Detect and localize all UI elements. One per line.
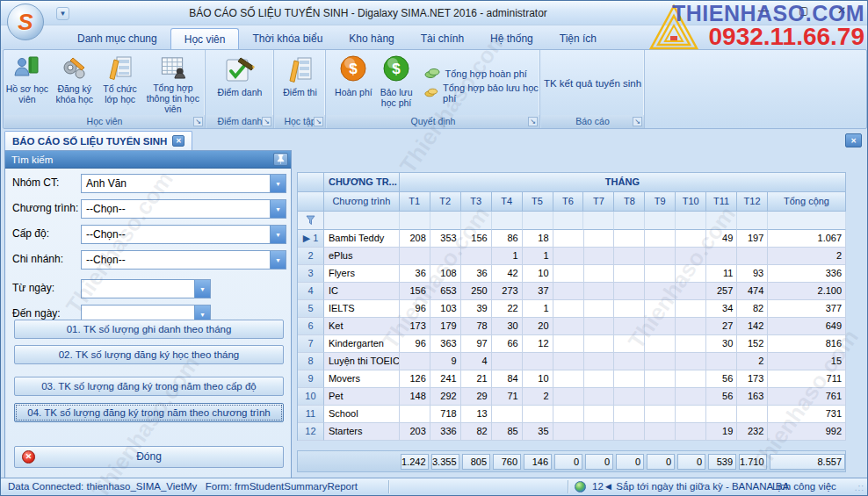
cell-value[interactable]	[614, 335, 645, 353]
cell-value[interactable]: 20	[523, 318, 553, 335]
grid-column-header[interactable]: Tổng cộng	[768, 192, 846, 212]
cell-value[interactable]	[553, 248, 584, 265]
row-indicator[interactable]: 8	[298, 353, 324, 370]
filter-cell[interactable]	[676, 212, 706, 230]
cell-value[interactable]: 142	[737, 318, 768, 335]
cell-value[interactable]: 30	[492, 318, 523, 335]
row-indicator[interactable]: 7	[298, 335, 324, 353]
dialog-launcher-icon[interactable]: ↘	[633, 117, 642, 126]
cell-value[interactable]: 97	[461, 335, 492, 353]
cell-value[interactable]: 649	[768, 318, 846, 335]
cell-value[interactable]: 1	[523, 300, 553, 318]
cell-value[interactable]: 93	[737, 265, 768, 283]
cell-value[interactable]	[676, 248, 706, 265]
row-indicator[interactable]: 11	[298, 406, 324, 423]
cell-value[interactable]: 86	[492, 230, 523, 248]
cell-value[interactable]	[645, 406, 676, 423]
cell-value[interactable]: 84	[492, 370, 523, 388]
cell-chuong-trinh[interactable]: IELTS	[324, 300, 400, 318]
cell-value[interactable]: 1.067	[768, 230, 846, 248]
dialog-launcher-icon[interactable]: ↘	[314, 117, 323, 126]
grid-column-header[interactable]: T11	[706, 192, 737, 212]
cap-do-combobox[interactable]: --Chọn-- ▼	[81, 225, 286, 244]
document-tab[interactable]: BÁO CÁO SỐ LIỆU TUYỂN SINH ✕	[4, 131, 192, 150]
cell-chuong-trinh[interactable]: Pet	[324, 388, 400, 406]
cell-value[interactable]	[614, 423, 645, 441]
cell-value[interactable]: 35	[523, 423, 553, 441]
cell-value[interactable]	[676, 300, 706, 318]
dong-button[interactable]: ✕ Đóng	[14, 446, 284, 468]
cell-chuong-trinh[interactable]: Luyện thi TOEIC	[324, 353, 400, 370]
cell-value[interactable]: 21	[461, 370, 492, 388]
cell-value[interactable]: 9	[430, 353, 461, 370]
cell-value[interactable]: 11	[706, 265, 737, 283]
cell-value[interactable]: 39	[461, 300, 492, 318]
cell-value[interactable]: 761	[768, 388, 846, 406]
pin-icon[interactable]	[273, 153, 288, 166]
cell-value[interactable]: 163	[737, 388, 768, 406]
grid-column-header[interactable]: T8	[614, 192, 645, 212]
tu-ngay-datepicker[interactable]: ▼	[81, 279, 211, 298]
filter-cell[interactable]	[706, 212, 737, 230]
cell-value[interactable]	[584, 283, 615, 300]
cell-value[interactable]: 12	[523, 335, 553, 353]
cell-value[interactable]: 203	[400, 423, 430, 441]
cell-value[interactable]: 1	[523, 248, 553, 265]
cell-value[interactable]	[614, 370, 645, 388]
cell-value[interactable]	[553, 423, 584, 441]
cell-value[interactable]	[676, 283, 706, 300]
status-lich-cong-viec[interactable]: Lịch công việc	[772, 478, 836, 495]
dialog-launcher-icon[interactable]: ↘	[528, 117, 538, 126]
filter-funnel-icon[interactable]	[298, 212, 324, 230]
cell-value[interactable]	[584, 335, 615, 353]
filter-cell[interactable]	[492, 212, 523, 230]
cell-chuong-trinh[interactable]: Bambi Teddy	[324, 230, 400, 248]
row-indicator[interactable]: 9	[298, 370, 324, 388]
cell-value[interactable]: 56	[706, 388, 737, 406]
cell-value[interactable]	[584, 230, 615, 248]
filter-cell[interactable]	[737, 212, 768, 230]
exam-score-button[interactable]: Điểm thi	[277, 52, 324, 114]
row-indicator[interactable]: 6	[298, 318, 324, 335]
cell-value[interactable]	[523, 406, 553, 423]
cell-chuong-trinh[interactable]: ePlus	[324, 248, 400, 265]
cell-value[interactable]	[706, 248, 737, 265]
cell-value[interactable]: 273	[492, 283, 523, 300]
close-button[interactable]: ✕	[837, 4, 846, 17]
cell-value[interactable]: 152	[737, 335, 768, 353]
cell-value[interactable]: 718	[430, 406, 461, 423]
cell-value[interactable]: 22	[492, 300, 523, 318]
ribbon-tab[interactable]: Học viên	[170, 28, 240, 49]
cell-value[interactable]	[400, 406, 430, 423]
grid-column-header[interactable]: T12	[737, 192, 768, 212]
minimize-button[interactable]: —	[758, 4, 769, 17]
cell-value[interactable]: 156	[400, 283, 430, 300]
cell-value[interactable]	[584, 370, 615, 388]
filter-cell[interactable]	[324, 212, 400, 230]
cell-value[interactable]: 96	[400, 335, 430, 353]
filter-cell[interactable]	[400, 212, 430, 230]
row-indicator[interactable]: 2	[298, 248, 324, 265]
cell-value[interactable]	[553, 335, 584, 353]
cell-chuong-trinh[interactable]: Kindergarten	[324, 335, 400, 353]
cell-value[interactable]: 148	[400, 388, 430, 406]
cell-value[interactable]: 49	[706, 230, 737, 248]
cell-value[interactable]	[584, 318, 615, 335]
filter-cell[interactable]	[523, 212, 553, 230]
cell-value[interactable]: 126	[400, 370, 430, 388]
grid-column-header[interactable]: T9	[645, 192, 676, 212]
cell-value[interactable]	[676, 388, 706, 406]
filter-cell[interactable]	[553, 212, 584, 230]
cell-value[interactable]: 816	[768, 335, 846, 353]
report-02-button[interactable]: 02. TK số lượng đăng ký học theo tháng	[14, 345, 284, 364]
cell-value[interactable]: 1	[492, 248, 523, 265]
cell-value[interactable]	[645, 230, 676, 248]
cell-value[interactable]: 18	[523, 230, 553, 248]
grid-column-header[interactable]: Chương trình	[324, 192, 400, 212]
cell-value[interactable]: 336	[430, 423, 461, 441]
app-logo-icon[interactable]: S	[7, 4, 44, 40]
cell-value[interactable]	[492, 353, 523, 370]
cell-value[interactable]	[676, 353, 706, 370]
cell-value[interactable]	[553, 353, 584, 370]
cell-value[interactable]: 13	[461, 406, 492, 423]
